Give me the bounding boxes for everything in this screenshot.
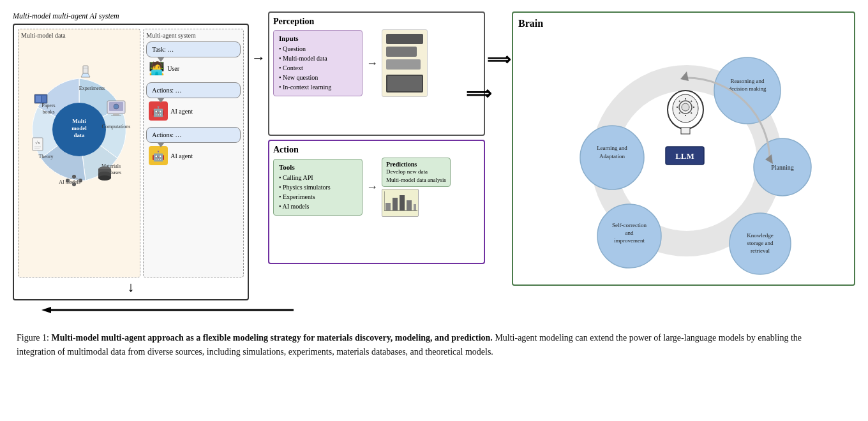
left-box: Multi-model data [13,24,249,300]
svg-text:Multi: Multi [72,118,86,124]
inputs-title: Inputs [279,34,357,42]
svg-rect-40 [385,203,391,211]
input-item-5: In-context learning [279,82,357,92]
svg-text:Theory: Theory [39,154,54,159]
svg-marker-13 [81,73,90,77]
svg-rect-17 [42,96,46,102]
svg-text:Self-correction: Self-correction [612,222,647,228]
tool-item-1: Calling API [279,173,357,182]
svg-marker-82 [41,307,51,313]
ai-agent1-item: Actions: … 🤖 AI agent [146,82,241,122]
multimodel-data-box: Multi-model data [18,29,140,277]
svg-point-57 [597,204,661,268]
big-arrow-to-brain: ⟹ [466,83,491,104]
tools-title: Tools [279,163,357,171]
tools-list: Calling API Physics simulators Experimen… [279,173,357,211]
left-inner: Multi-model data [18,29,244,277]
left-section: Multi-model multi-agent AI system Multi-… [13,11,249,300]
svg-text:Learning and: Learning and [597,145,627,151]
ai-agent2-label-row: 🤖 AI agent [146,145,241,166]
svg-rect-44 [414,204,416,211]
brain-diagram-svg: Reasoning and decision making Planning K… [518,33,849,276]
svg-text:books: books [43,109,55,115]
outer-section-title: Multi-model multi-agent AI system [13,11,119,21]
perception-inner: Inputs Question Multi-model data Context… [273,29,480,97]
main-container: Multi-model multi-agent AI system Multi-… [6,6,862,366]
svg-text:data: data [74,132,86,138]
input-item-3: Context [279,63,357,73]
actions-bubble1: Actions: … [146,82,241,98]
svg-text:Papers: Papers [41,103,55,108]
user-label-row: 🧑‍💻 User [146,59,241,77]
inputs-list: Question Multi-model data Context New qu… [279,44,357,92]
input-item-1: Question [279,44,357,54]
svg-line-77 [679,113,680,114]
svg-text:improvement: improvement [614,237,645,244]
arrow-to-perception: → [251,50,266,66]
task-bubble: Task: … [146,41,241,57]
svg-rect-42 [400,195,405,211]
multiagent-box: Multi-agent system Task: … 🧑‍💻 User [143,29,244,277]
pie-svg: Multi model data Experiments Computation… [22,40,137,219]
tool-item-2: Physics simulators [279,182,357,192]
svg-text:LLM: LLM [675,151,694,161]
chip-base [386,75,423,92]
middle-section: Perception Inputs Question Multi-model d… [268,11,485,264]
action-box: Action Tools Calling API Physics simulat… [268,140,485,264]
svg-text:Experiments: Experiments [79,85,105,91]
figure-label: Figure 1: [17,333,49,343]
user-icon: 🧑‍💻 [149,61,165,76]
tools-box: Tools Calling API Physics simulators Exp… [273,159,363,216]
svg-rect-43 [407,200,412,211]
feedback-arrow [38,300,862,322]
svg-text:decision making: decision making [728,85,767,92]
svg-line-75 [691,113,692,114]
multimodel-analysis: Multi-model data analysis [386,176,446,184]
inputs-box: Inputs Question Multi-model data Context… [273,30,363,96]
predictions-area: Predictions Develop new data Multi-model… [382,158,451,217]
svg-rect-78 [681,128,690,134]
actions-bubble2: Actions: … [146,127,241,143]
ai-agent1-label-row: 🤖 AI agent [146,100,241,122]
action-title: Action [273,145,480,155]
user-agent-item: Task: … 🧑‍💻 User [146,41,241,77]
perception-box: Perception Inputs Question Multi-model d… [268,11,485,136]
svg-point-35 [114,104,119,109]
brain-title: Brain [518,18,849,29]
svg-line-74 [679,101,680,102]
svg-text:Reasoning and: Reasoning and [730,78,765,84]
svg-text:model: model [71,125,87,131]
svg-text:retrieval: retrieval [751,247,770,254]
svg-text:√x: √x [35,140,40,145]
svg-text:storage and: storage and [747,240,774,246]
bottom-arrow-down: ↓ [18,279,244,295]
robot-icon-red: 🤖 [149,101,168,121]
svg-point-30 [98,175,111,181]
diagram-area: Multi-model multi-agent AI system Multi-… [6,6,862,306]
chip-bar-2 [386,47,417,57]
svg-rect-16 [36,96,41,102]
perception-arrow: → [366,57,378,70]
multiagent-title: Multi-agent system [146,32,241,39]
ai-agent1-label: AI agent [170,108,193,115]
pie-area: Multi model data Experiments Computation… [22,40,137,238]
svg-text:Knowledge: Knowledge [747,232,774,239]
svg-text:and: and [625,230,634,236]
svg-line-76 [691,101,692,102]
develop-new-data: Develop new data [386,168,446,176]
input-item-2: Multi-model data [279,54,357,63]
svg-text:AI models: AI models [59,179,80,185]
tool-item-3: Experiments [279,192,357,202]
svg-text:Planning: Planning [771,164,794,171]
perception-title: Perception [273,17,480,27]
arrow-to-brain: ⟹ [487,50,511,70]
svg-text:Adaptation: Adaptation [599,153,625,159]
svg-text:Computations: Computations [102,124,131,129]
bar-chart-svg [384,191,417,212]
caption-bold-text: Multi-model multi-agent approach as a fl… [51,333,492,343]
predictions-box: Predictions Develop new data Multi-model… [382,158,451,187]
bar-chart-icon [382,189,419,217]
caption-area: Figure 1: Multi-model multi-agent approa… [6,325,836,366]
brain-inner: Reasoning and decision making Planning K… [518,33,849,276]
svg-rect-33 [113,114,119,115]
